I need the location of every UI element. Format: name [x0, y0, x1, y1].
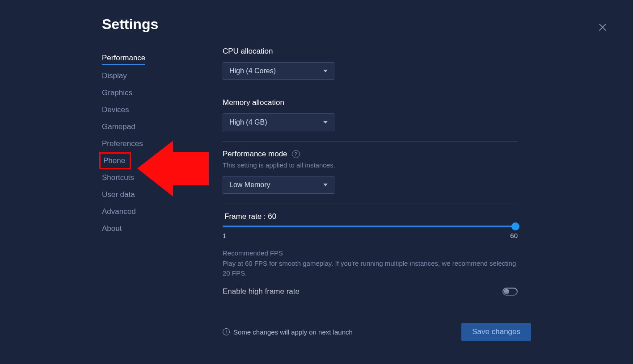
- sidebar-item-performance[interactable]: Performance: [102, 50, 145, 65]
- slider-max: 60: [510, 232, 518, 239]
- vsync-label: Enable VSync (to prevent screen tearing): [223, 304, 362, 305]
- sidebar-item-graphics[interactable]: Graphics: [102, 84, 132, 101]
- sidebar-item-display[interactable]: Display: [102, 67, 127, 84]
- toggle-knob: [504, 289, 509, 294]
- sidebar-item-phone[interactable]: Phone: [99, 152, 131, 169]
- info-icon: i: [223, 328, 230, 335]
- frame-section: Frame rate : 60 1 60 Recommended FPS Pla…: [223, 204, 518, 305]
- memory-section: Memory allocation High (4 GB): [223, 90, 518, 142]
- sidebar-item-devices[interactable]: Devices: [102, 101, 129, 118]
- sidebar-item-shortcuts[interactable]: Shortcuts: [102, 169, 134, 186]
- close-icon: [598, 22, 608, 32]
- sidebar: Performance Display Graphics Devices Gam…: [102, 46, 223, 314]
- recommended-fps-body: Play at 60 FPS for smooth gameplay. If y…: [223, 259, 518, 278]
- memory-select[interactable]: High (4 GB): [223, 113, 334, 131]
- footer-note: i Some changes will apply on next launch: [223, 328, 353, 336]
- footer: i Some changes will apply on next launch…: [223, 323, 531, 341]
- vsync-toggle[interactable]: [502, 305, 518, 305]
- memory-select-value: High (4 GB): [229, 118, 267, 126]
- high-frame-label: Enable high frame rate: [223, 287, 300, 296]
- settings-panel: Settings Performance Display Graphics De…: [102, 16, 531, 347]
- slider-min: 1: [223, 232, 226, 239]
- sidebar-item-gamepad[interactable]: Gamepad: [102, 118, 135, 135]
- chevron-down-icon: [323, 121, 328, 124]
- sidebar-item-user-data[interactable]: User data: [102, 186, 135, 203]
- recommended-fps-title: Recommended FPS: [223, 249, 518, 257]
- cpu-label: CPU allocation: [223, 47, 518, 56]
- perfmode-select-value: Low Memory: [229, 181, 270, 189]
- high-frame-toggle[interactable]: [502, 288, 518, 296]
- page-title: Settings: [102, 16, 531, 33]
- help-icon[interactable]: ?: [292, 150, 300, 158]
- frame-rate-label: Frame rate : 60: [224, 212, 518, 221]
- sidebar-item-preferences[interactable]: Preferences: [102, 135, 143, 152]
- sidebar-item-about[interactable]: About: [102, 220, 122, 237]
- cpu-section: CPU allocation High (4 Cores): [223, 46, 518, 90]
- cpu-select[interactable]: High (4 Cores): [223, 62, 334, 80]
- cpu-select-value: High (4 Cores): [229, 67, 276, 75]
- save-button[interactable]: Save changes: [461, 323, 531, 341]
- frame-rate-slider[interactable]: [223, 226, 518, 227]
- perfmode-section: Performance mode ? This setting is appli…: [223, 142, 518, 204]
- chevron-down-icon: [323, 184, 328, 186]
- sidebar-item-advanced[interactable]: Advanced: [102, 203, 136, 220]
- perfmode-select[interactable]: Low Memory: [223, 176, 334, 194]
- perfmode-sub: This setting is applied to all instances…: [223, 161, 518, 169]
- chevron-down-icon: [323, 70, 328, 72]
- main-content: CPU allocation High (4 Cores) Memory all…: [223, 46, 531, 305]
- perfmode-label: Performance mode ?: [223, 150, 518, 159]
- close-button[interactable]: [598, 22, 608, 33]
- slider-thumb[interactable]: [511, 222, 519, 230]
- high-frame-row: Enable high frame rate: [223, 287, 518, 296]
- vsync-row: Enable VSync (to prevent screen tearing): [223, 304, 518, 305]
- memory-label: Memory allocation: [223, 98, 518, 107]
